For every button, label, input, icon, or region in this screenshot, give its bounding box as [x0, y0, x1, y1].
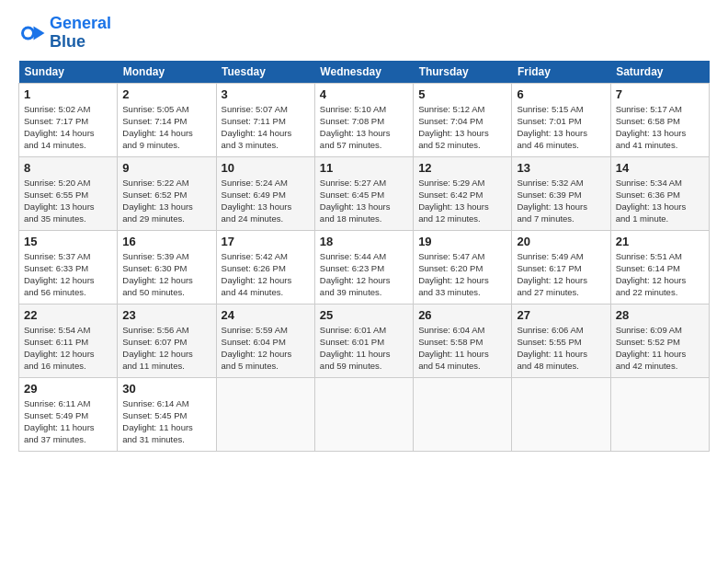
day-number: 4 [320, 87, 408, 101]
calendar-day-29: 29Sunrise: 6:11 AM Sunset: 5:49 PM Dayli… [19, 377, 118, 451]
weekday-header-saturday: Saturday [610, 61, 709, 84]
day-info: Sunrise: 5:05 AM Sunset: 7:14 PM Dayligh… [122, 103, 210, 152]
day-number: 2 [122, 87, 210, 101]
calendar-day-2: 2Sunrise: 5:05 AM Sunset: 7:14 PM Daylig… [118, 83, 216, 156]
day-info: Sunrise: 5:56 AM Sunset: 6:07 PM Dayligh… [122, 324, 210, 373]
calendar-day-5: 5Sunrise: 5:12 AM Sunset: 7:04 PM Daylig… [414, 83, 512, 156]
day-info: Sunrise: 5:07 AM Sunset: 7:11 PM Dayligh… [222, 103, 310, 152]
calendar-day-20: 20Sunrise: 5:49 AM Sunset: 6:17 PM Dayli… [512, 230, 610, 304]
day-info: Sunrise: 5:32 AM Sunset: 6:39 PM Dayligh… [517, 177, 605, 225]
day-number: 15 [24, 235, 112, 248]
day-number: 10 [222, 161, 310, 175]
calendar-day-25: 25Sunrise: 6:01 AM Sunset: 6:01 PM Dayli… [314, 304, 413, 377]
day-info: Sunrise: 6:14 AM Sunset: 5:45 PM Dayligh… [122, 397, 210, 446]
day-number: 30 [122, 382, 210, 396]
day-info: Sunrise: 5:37 AM Sunset: 6:33 PM Dayligh… [24, 250, 112, 299]
day-number: 20 [517, 235, 605, 248]
day-number: 21 [616, 235, 704, 248]
calendar-day-empty [610, 377, 709, 451]
day-number: 7 [616, 87, 704, 101]
day-number: 16 [122, 235, 210, 248]
svg-point-2 [24, 29, 32, 37]
day-info: Sunrise: 5:49 AM Sunset: 6:17 PM Dayligh… [517, 250, 605, 299]
day-info: Sunrise: 5:44 AM Sunset: 6:23 PM Dayligh… [320, 250, 408, 299]
calendar-day-10: 10Sunrise: 5:24 AM Sunset: 6:49 PM Dayli… [216, 156, 314, 230]
calendar-day-empty [512, 377, 610, 451]
day-info: Sunrise: 5:02 AM Sunset: 7:17 PM Dayligh… [24, 103, 112, 152]
calendar-day-1: 1Sunrise: 5:02 AM Sunset: 7:17 PM Daylig… [19, 83, 118, 156]
calendar-day-26: 26Sunrise: 6:04 AM Sunset: 5:58 PM Dayli… [414, 304, 512, 377]
logo: General Blue [18, 15, 111, 52]
day-number: 27 [517, 308, 605, 322]
day-info: Sunrise: 6:01 AM Sunset: 6:01 PM Dayligh… [320, 324, 408, 373]
calendar-day-27: 27Sunrise: 6:06 AM Sunset: 5:55 PM Dayli… [512, 304, 610, 377]
weekday-header-monday: Monday [118, 61, 216, 84]
day-number: 1 [24, 87, 112, 101]
day-info: Sunrise: 6:06 AM Sunset: 5:55 PM Dayligh… [517, 324, 605, 373]
day-number: 12 [418, 161, 506, 175]
day-info: Sunrise: 6:04 AM Sunset: 5:58 PM Dayligh… [418, 324, 506, 373]
day-number: 6 [517, 87, 605, 101]
day-number: 24 [222, 308, 310, 322]
calendar-day-12: 12Sunrise: 5:29 AM Sunset: 6:42 PM Dayli… [414, 156, 512, 230]
day-info: Sunrise: 5:34 AM Sunset: 6:36 PM Dayligh… [616, 177, 704, 225]
calendar-day-3: 3Sunrise: 5:07 AM Sunset: 7:11 PM Daylig… [216, 83, 314, 156]
day-number: 9 [122, 161, 210, 175]
day-number: 8 [24, 161, 112, 175]
day-number: 3 [222, 87, 310, 101]
calendar-day-23: 23Sunrise: 5:56 AM Sunset: 6:07 PM Dayli… [118, 304, 216, 377]
logo-text: General Blue [50, 15, 111, 52]
svg-marker-1 [34, 26, 45, 40]
calendar-day-16: 16Sunrise: 5:39 AM Sunset: 6:30 PM Dayli… [118, 230, 216, 304]
page-header: General Blue [18, 15, 710, 52]
day-number: 22 [24, 308, 112, 322]
day-number: 26 [418, 308, 506, 322]
day-number: 5 [418, 87, 506, 101]
day-info: Sunrise: 5:29 AM Sunset: 6:42 PM Dayligh… [418, 177, 506, 225]
calendar-day-8: 8Sunrise: 5:20 AM Sunset: 6:55 PM Daylig… [19, 156, 118, 230]
day-info: Sunrise: 5:59 AM Sunset: 6:04 PM Dayligh… [222, 324, 310, 373]
calendar-day-30: 30Sunrise: 6:14 AM Sunset: 5:45 PM Dayli… [118, 377, 216, 451]
day-info: Sunrise: 5:17 AM Sunset: 6:58 PM Dayligh… [616, 103, 704, 152]
calendar-day-28: 28Sunrise: 6:09 AM Sunset: 5:52 PM Dayli… [610, 304, 709, 377]
day-info: Sunrise: 5:15 AM Sunset: 7:01 PM Dayligh… [517, 103, 605, 152]
weekday-header-sunday: Sunday [19, 61, 118, 84]
calendar-table: SundayMondayTuesdayWednesdayThursdayFrid… [18, 61, 710, 452]
calendar-day-19: 19Sunrise: 5:47 AM Sunset: 6:20 PM Dayli… [414, 230, 512, 304]
calendar-day-11: 11Sunrise: 5:27 AM Sunset: 6:45 PM Dayli… [314, 156, 413, 230]
day-info: Sunrise: 5:51 AM Sunset: 6:14 PM Dayligh… [616, 250, 704, 299]
day-number: 13 [517, 161, 605, 175]
day-number: 17 [222, 235, 310, 248]
day-number: 11 [320, 161, 408, 175]
day-info: Sunrise: 5:42 AM Sunset: 6:26 PM Dayligh… [222, 250, 310, 299]
weekday-header-tuesday: Tuesday [216, 61, 314, 84]
day-number: 18 [320, 235, 408, 248]
calendar-day-13: 13Sunrise: 5:32 AM Sunset: 6:39 PM Dayli… [512, 156, 610, 230]
calendar-day-empty [414, 377, 512, 451]
calendar-day-21: 21Sunrise: 5:51 AM Sunset: 6:14 PM Dayli… [610, 230, 709, 304]
day-info: Sunrise: 5:12 AM Sunset: 7:04 PM Dayligh… [418, 103, 506, 152]
day-info: Sunrise: 5:10 AM Sunset: 7:08 PM Dayligh… [320, 103, 408, 152]
calendar-day-15: 15Sunrise: 5:37 AM Sunset: 6:33 PM Dayli… [19, 230, 118, 304]
day-info: Sunrise: 5:27 AM Sunset: 6:45 PM Dayligh… [320, 177, 408, 225]
calendar-day-empty [216, 377, 314, 451]
day-info: Sunrise: 5:22 AM Sunset: 6:52 PM Dayligh… [122, 177, 210, 225]
day-info: Sunrise: 6:11 AM Sunset: 5:49 PM Dayligh… [24, 397, 112, 446]
weekday-header-thursday: Thursday [414, 61, 512, 84]
calendar-day-18: 18Sunrise: 5:44 AM Sunset: 6:23 PM Dayli… [314, 230, 413, 304]
calendar-day-6: 6Sunrise: 5:15 AM Sunset: 7:01 PM Daylig… [512, 83, 610, 156]
day-info: Sunrise: 5:39 AM Sunset: 6:30 PM Dayligh… [122, 250, 210, 299]
calendar-day-22: 22Sunrise: 5:54 AM Sunset: 6:11 PM Dayli… [19, 304, 118, 377]
day-number: 14 [616, 161, 704, 175]
day-info: Sunrise: 5:20 AM Sunset: 6:55 PM Dayligh… [24, 177, 112, 225]
weekday-header-wednesday: Wednesday [314, 61, 413, 84]
day-number: 28 [616, 308, 704, 322]
calendar-day-9: 9Sunrise: 5:22 AM Sunset: 6:52 PM Daylig… [118, 156, 216, 230]
day-number: 19 [418, 235, 506, 248]
day-number: 29 [24, 382, 112, 396]
calendar-day-empty [314, 377, 413, 451]
weekday-header-friday: Friday [512, 61, 610, 84]
calendar-day-24: 24Sunrise: 5:59 AM Sunset: 6:04 PM Dayli… [216, 304, 314, 377]
calendar-day-7: 7Sunrise: 5:17 AM Sunset: 6:58 PM Daylig… [610, 83, 709, 156]
logo-icon [18, 19, 46, 47]
